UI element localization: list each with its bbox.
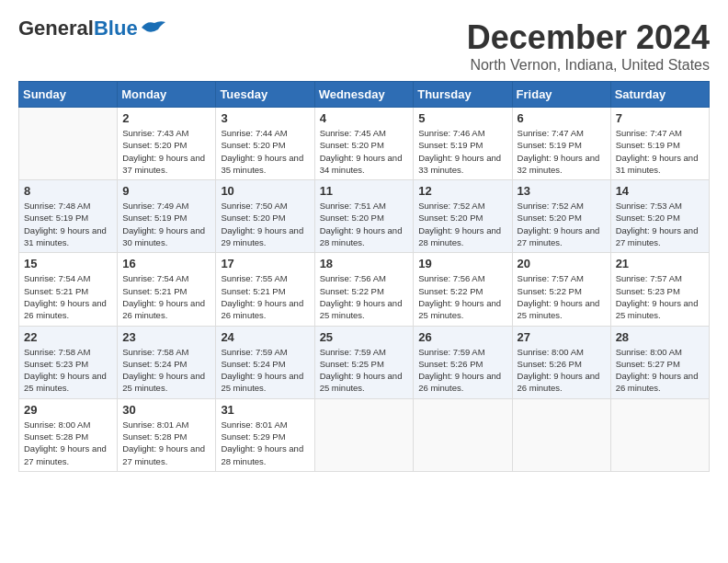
day-info: Sunrise: 7:54 AMSunset: 5:21 PMDaylight:… — [122, 272, 210, 321]
sunset-text: Sunset: 5:29 PM — [221, 431, 285, 442]
sunrise-text: Sunrise: 7:55 AM — [221, 273, 287, 283]
sunset-text: Sunset: 5:24 PM — [122, 359, 187, 369]
table-row: 10Sunrise: 7:50 AMSunset: 5:20 PMDayligh… — [216, 180, 314, 253]
day-info: Sunrise: 7:44 AMSunset: 5:20 PMDaylight:… — [221, 127, 309, 176]
day-number: 13 — [518, 184, 606, 198]
table-row: 11Sunrise: 7:51 AMSunset: 5:20 PMDayligh… — [314, 180, 414, 253]
day-number: 3 — [221, 111, 309, 125]
sunrise-text: Sunrise: 7:59 AM — [221, 347, 287, 357]
daylight-text: Daylight: 9 hours and 26 minutes. — [24, 298, 107, 320]
day-info: Sunrise: 7:57 AMSunset: 5:23 PMDaylight:… — [616, 272, 704, 321]
daylight-text: Daylight: 9 hours and 25 minutes. — [320, 298, 403, 320]
calendar-week-row: 22Sunrise: 7:58 AMSunset: 5:23 PMDayligh… — [19, 326, 710, 398]
daylight-text: Daylight: 9 hours and 26 minutes. — [221, 298, 303, 320]
day-number: 30 — [122, 403, 210, 417]
sunrise-text: Sunrise: 7:57 AM — [518, 273, 584, 283]
day-number: 16 — [122, 257, 210, 270]
day-info: Sunrise: 7:52 AMSunset: 5:20 PMDaylight:… — [418, 200, 506, 248]
day-number: 28 — [616, 330, 704, 344]
day-number: 24 — [221, 330, 309, 344]
day-number: 8 — [24, 184, 112, 198]
daylight-text: Daylight: 9 hours and 28 minutes. — [221, 443, 303, 465]
sunrise-text: Sunrise: 7:44 AM — [221, 128, 287, 138]
daylight-text: Daylight: 9 hours and 26 minutes. — [122, 298, 205, 320]
day-number: 18 — [320, 257, 409, 270]
day-number: 26 — [418, 330, 506, 344]
table-row: 18Sunrise: 7:56 AMSunset: 5:22 PMDayligh… — [314, 253, 414, 326]
table-row: 8Sunrise: 7:48 AMSunset: 5:19 PMDaylight… — [19, 180, 118, 253]
sunset-text: Sunset: 5:24 PM — [221, 359, 285, 369]
daylight-text: Daylight: 9 hours and 25 minutes. — [320, 371, 403, 393]
day-number: 29 — [24, 403, 112, 417]
table-row: 9Sunrise: 7:49 AMSunset: 5:19 PMDaylight… — [118, 180, 216, 253]
sunset-text: Sunset: 5:19 PM — [122, 213, 187, 223]
sunrise-text: Sunrise: 7:53 AM — [616, 201, 682, 211]
sunrise-text: Sunrise: 7:59 AM — [418, 347, 484, 357]
sunrise-text: Sunrise: 7:54 AM — [122, 273, 188, 283]
day-info: Sunrise: 7:55 AMSunset: 5:21 PMDaylight:… — [221, 272, 309, 321]
sunrise-text: Sunrise: 7:45 AM — [320, 128, 386, 138]
sunrise-text: Sunrise: 7:59 AM — [320, 347, 386, 357]
sunset-text: Sunset: 5:28 PM — [122, 431, 187, 442]
sunrise-text: Sunrise: 7:52 AM — [518, 201, 584, 211]
day-number: 4 — [320, 111, 409, 125]
table-row: 25Sunrise: 7:59 AMSunset: 5:25 PMDayligh… — [314, 326, 414, 398]
table-row — [512, 398, 610, 471]
day-info: Sunrise: 8:01 AMSunset: 5:29 PMDaylight:… — [221, 419, 309, 467]
daylight-text: Daylight: 9 hours and 25 minutes. — [518, 298, 600, 320]
daylight-text: Daylight: 9 hours and 28 minutes. — [418, 225, 501, 247]
day-number: 7 — [616, 111, 704, 125]
title-area: December 2024 North Vernon, Indiana, Uni… — [467, 18, 710, 74]
daylight-text: Daylight: 9 hours and 27 minutes. — [122, 443, 205, 465]
day-info: Sunrise: 7:57 AMSunset: 5:22 PMDaylight:… — [518, 272, 606, 321]
daylight-text: Daylight: 9 hours and 31 minutes. — [24, 225, 107, 247]
daylight-text: Daylight: 9 hours and 37 minutes. — [122, 153, 205, 175]
table-row: 22Sunrise: 7:58 AMSunset: 5:23 PMDayligh… — [19, 326, 118, 398]
calendar-header-row: Sunday Monday Tuesday Wednesday Thursday… — [19, 82, 710, 108]
calendar-week-row: 2Sunrise: 7:43 AMSunset: 5:20 PMDaylight… — [19, 108, 710, 180]
table-row — [19, 108, 118, 180]
month-title: December 2024 — [467, 18, 710, 57]
sunset-text: Sunset: 5:26 PM — [418, 359, 483, 369]
daylight-text: Daylight: 9 hours and 35 minutes. — [221, 153, 303, 175]
daylight-text: Daylight: 9 hours and 32 minutes. — [518, 153, 600, 175]
daylight-text: Daylight: 9 hours and 25 minutes. — [221, 371, 303, 393]
table-row: 3Sunrise: 7:44 AMSunset: 5:20 PMDaylight… — [216, 108, 314, 180]
table-row: 14Sunrise: 7:53 AMSunset: 5:20 PMDayligh… — [610, 180, 709, 253]
day-info: Sunrise: 7:59 AMSunset: 5:26 PMDaylight:… — [418, 346, 506, 395]
sunrise-text: Sunrise: 7:58 AM — [24, 347, 90, 357]
sunrise-text: Sunrise: 8:01 AM — [221, 419, 287, 430]
col-tuesday: Tuesday — [216, 82, 314, 108]
day-info: Sunrise: 7:59 AMSunset: 5:25 PMDaylight:… — [320, 346, 409, 395]
sunrise-text: Sunrise: 7:58 AM — [122, 347, 188, 357]
sunrise-text: Sunrise: 7:47 AM — [616, 128, 682, 138]
logo-general: General — [18, 17, 94, 40]
col-thursday: Thursday — [414, 82, 512, 108]
day-number: 10 — [221, 184, 309, 198]
day-number: 15 — [24, 257, 112, 270]
location-subtitle: North Vernon, Indiana, United States — [467, 57, 710, 74]
day-info: Sunrise: 7:56 AMSunset: 5:22 PMDaylight:… — [320, 272, 409, 321]
table-row: 26Sunrise: 7:59 AMSunset: 5:26 PMDayligh… — [414, 326, 512, 398]
daylight-text: Daylight: 9 hours and 25 minutes. — [418, 298, 501, 320]
day-number: 11 — [320, 184, 409, 198]
sunrise-text: Sunrise: 7:51 AM — [320, 201, 386, 211]
table-row — [414, 398, 512, 471]
logo-blue: Blue — [94, 17, 138, 40]
daylight-text: Daylight: 9 hours and 27 minutes. — [518, 225, 600, 247]
sunset-text: Sunset: 5:21 PM — [24, 286, 88, 296]
sunset-text: Sunset: 5:23 PM — [24, 359, 88, 369]
sunrise-text: Sunrise: 7:56 AM — [418, 273, 484, 283]
sunrise-text: Sunrise: 7:50 AM — [221, 201, 287, 211]
day-info: Sunrise: 7:58 AMSunset: 5:24 PMDaylight:… — [122, 346, 210, 395]
day-info: Sunrise: 8:00 AMSunset: 5:27 PMDaylight:… — [616, 346, 704, 395]
day-info: Sunrise: 7:46 AMSunset: 5:19 PMDaylight:… — [418, 127, 506, 176]
day-number: 21 — [616, 257, 704, 270]
day-info: Sunrise: 7:45 AMSunset: 5:20 PMDaylight:… — [320, 127, 409, 176]
day-info: Sunrise: 7:50 AMSunset: 5:20 PMDaylight:… — [221, 200, 309, 248]
sunrise-text: Sunrise: 8:00 AM — [24, 419, 90, 430]
daylight-text: Daylight: 9 hours and 30 minutes. — [122, 225, 205, 247]
col-saturday: Saturday — [610, 82, 709, 108]
sunrise-text: Sunrise: 8:01 AM — [122, 419, 188, 430]
sunset-text: Sunset: 5:22 PM — [320, 286, 384, 296]
